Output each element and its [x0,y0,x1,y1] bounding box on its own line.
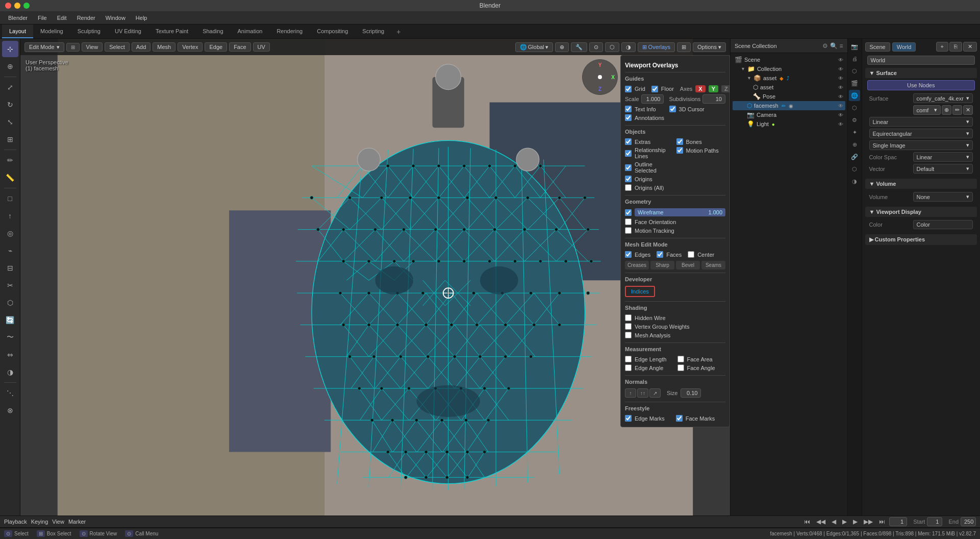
menu-blender[interactable]: Blender [4,14,32,22]
viewport-3d[interactable]: Edit Mode ▾ ⊞ View Select Add Mesh Verte… [20,39,730,516]
use-nodes-btn[interactable]: Use Nodes [867,80,975,90]
bevel-btn[interactable]: ⌁ [2,242,18,259]
pivot-btn[interactable]: ⊕ [555,42,569,52]
play-pause-btn[interactable]: ▶ [840,518,849,525]
tab-compositing[interactable]: Compositing [310,24,355,38]
inset-btn[interactable]: ◎ [2,225,18,241]
uv-menu-btn[interactable]: UV [253,42,270,52]
shear-btn[interactable]: ⋱ [2,385,18,401]
tab-layout[interactable]: Layout [2,24,33,38]
faces-checkbox[interactable] [657,251,663,258]
viewport-options-btn[interactable]: ⊞ [66,43,80,52]
facemesh-item[interactable]: ⬡ facemesh ✏ ◉ 👁 [733,101,845,110]
scene-item[interactable]: 🎬 Scene 👁 [733,55,845,64]
annotate-btn[interactable]: ✏ [2,152,18,168]
scale-tool-btn[interactable]: ⤡ [2,114,18,130]
tab-sculpting[interactable]: Sculpting [70,24,108,38]
view-label[interactable]: View [52,519,64,525]
modifier-props-btn[interactable]: ⚙ [849,114,860,126]
rotate-tool-btn[interactable]: ↻ [2,96,18,113]
face-angle-checkbox[interactable] [677,364,684,371]
surface-value-field[interactable]: comfy_cafe_4k.exr ▾ [913,93,973,103]
output-props-btn[interactable]: 🖨 [849,53,860,64]
extras-checkbox[interactable] [625,138,632,145]
world-duplicate-btn[interactable]: ⎘ [949,42,962,52]
normal-vertex-btn[interactable]: ↑ [625,388,636,398]
tab-rendering[interactable]: Rendering [269,24,310,38]
scene-tab-btn[interactable]: Scene [865,42,890,52]
origins-checkbox[interactable] [625,176,632,182]
world-new-btn[interactable]: + [936,42,948,52]
vertex-group-checkbox[interactable] [625,323,632,330]
scene-props-btn[interactable]: 🎬 [849,78,860,89]
viewport-shading-btn[interactable]: ◑ [621,42,636,52]
edge-length-checkbox[interactable] [625,356,632,362]
asset-node-browse[interactable]: ⊕ [942,105,951,115]
normal-face-btn[interactable]: ↑↑ [637,388,648,398]
normals-size-value[interactable]: 0.10 [681,388,701,398]
edge-marks-checkbox[interactable] [625,415,632,422]
scene-visibility[interactable]: 👁 [838,57,843,63]
move-tool-btn[interactable]: ⤢ [2,79,18,95]
smooth-btn[interactable]: 〜 [2,329,18,346]
edge-menu-btn[interactable]: Edge [205,42,227,52]
world-name-field[interactable]: World [867,56,975,65]
bones-checkbox[interactable] [676,138,683,145]
next-frame-btn[interactable]: ▶ [851,518,860,525]
asset-visibility[interactable]: 👁 [838,76,843,81]
grid-checkbox[interactable] [625,86,632,92]
axis-z-btn[interactable]: Z [721,85,730,92]
edge-slide-btn[interactable]: ⇔ [2,347,18,363]
jump-end-btn[interactable]: ⏭ [877,518,887,525]
asset-mesh-item[interactable]: ⬡ asset 👁 [733,83,845,92]
facemesh-visibility[interactable]: 👁 [838,103,843,109]
edge-angle-checkbox[interactable] [625,364,632,371]
vp-color-value[interactable]: Color [913,220,973,229]
orbit-gizmo[interactable]: Y X Z [582,59,618,95]
global-transform-btn[interactable]: 🌐 Global ▾ [515,42,553,52]
start-frame-field[interactable]: 1 [927,517,942,526]
asset-node-value[interactable]: comf ▾ [913,105,941,115]
menu-window[interactable]: Window [102,14,130,22]
end-frame-field[interactable]: 250 [961,517,976,526]
view-layer-props-btn[interactable]: ⬡ [849,65,860,77]
snap-btn[interactable]: 🔧 [571,42,587,52]
face-menu-btn[interactable]: Face [229,42,250,52]
edit-mode-selector[interactable]: Edit Mode ▾ [24,42,64,52]
vector-value[interactable]: Default ▾ [913,164,973,174]
asset-item[interactable]: ▼ 📦 asset ◆ ⤴ 👁 [733,74,845,83]
camera-visibility[interactable]: 👁 [838,112,843,118]
wireframe-checkbox[interactable] [625,209,632,216]
world-props-btn active[interactable]: 🌐 [849,90,860,101]
creases-tab[interactable]: Creases [625,261,649,270]
text-info-checkbox[interactable] [625,106,632,112]
menu-edit[interactable]: Edit [53,14,71,22]
pose-item[interactable]: 🦴 Pose 👁 [733,92,845,101]
face-area-checkbox[interactable] [677,356,684,362]
indices-btn[interactable]: Indices [625,286,655,297]
annotations-checkbox[interactable] [625,114,632,121]
collection-visibility[interactable]: 👁 [838,66,843,72]
bevel-tab[interactable]: Bevel [676,261,700,270]
add-menu-btn[interactable]: Add [132,42,151,52]
linear-dropdown[interactable]: Linear ▾ [869,117,973,127]
add-workspace-btn[interactable]: + [391,24,406,38]
playback-label[interactable]: Playback [4,519,27,525]
extrude-btn[interactable]: ↑ [2,208,18,224]
overlays-btn[interactable]: ⊞ Overlays [638,42,675,52]
loop-cut-btn[interactable]: ⊟ [2,260,18,276]
tab-texture-paint[interactable]: Texture Paint [148,24,195,38]
menu-file[interactable]: File [34,14,51,22]
view-menu-btn[interactable]: View [82,42,103,52]
camera-item[interactable]: 📷 Camera 👁 [733,110,845,119]
knife-btn[interactable]: ✂ [2,277,18,293]
jump-next-keyframe-btn[interactable]: ▶▶ [862,518,875,525]
measure-btn[interactable]: 📏 [2,169,18,186]
tab-scripting[interactable]: Scripting [355,24,391,38]
floor-checkbox[interactable] [651,86,658,92]
tab-shading[interactable]: Shading [195,24,230,38]
mesh-analysis-checkbox[interactable] [625,332,632,338]
collection-item[interactable]: ▼ 📁 Collection 👁 [733,64,845,74]
material-props-btn[interactable]: ◑ [849,176,860,187]
asset-node-edit[interactable]: ✏ [952,105,962,115]
